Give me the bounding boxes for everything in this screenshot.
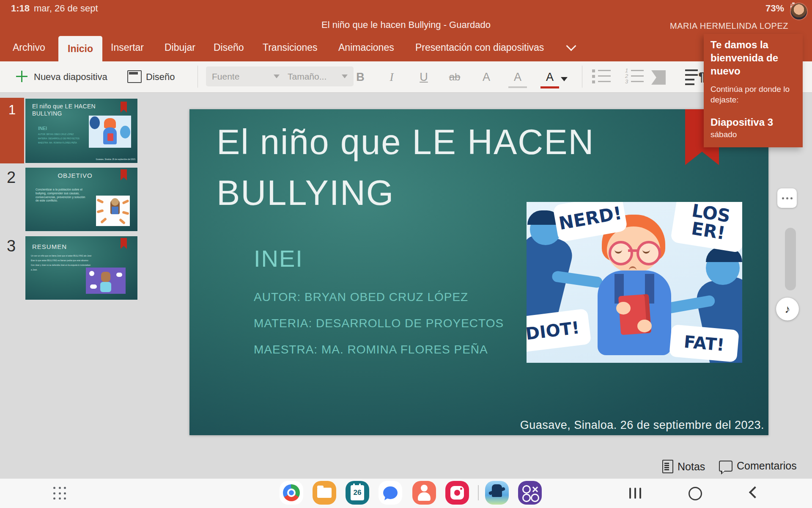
- slide-teacher-line[interactable]: MAESTRA: MA. ROMINA FLORES PEÑA: [254, 343, 550, 356]
- vertical-scrollbar[interactable]: [785, 228, 796, 290]
- numbered-list-icon[interactable]: 1 2 3: [625, 69, 645, 86]
- slide-thumbnail-2[interactable]: OBJETIVO Concientizar a la población sob…: [25, 168, 137, 231]
- title-bar: El niño que le hacen Bullying - Guardado…: [0, 16, 812, 34]
- music-note-icon: ♪: [785, 303, 790, 316]
- welcome-title: Te damos la bienvenida de nuevo: [710, 38, 796, 78]
- game-app-icon[interactable]: [485, 481, 509, 505]
- notes-icon: [662, 460, 673, 473]
- slide-subtitle[interactable]: INEI: [254, 245, 303, 272]
- slide-number: 2: [7, 168, 16, 187]
- speech-bubble-idiot: DIOT!: [527, 309, 591, 353]
- messages-app-icon[interactable]: [379, 481, 402, 505]
- tab-insertar[interactable]: Insertar: [109, 34, 145, 61]
- italic-button[interactable]: I: [382, 68, 401, 86]
- bottom-action-bar: Notas Comentarios: [0, 457, 812, 478]
- tab-inicio[interactable]: Inicio: [58, 36, 102, 61]
- tab-archivo[interactable]: Archivo: [11, 34, 47, 61]
- clear-formatting-button[interactable]: A: [508, 68, 527, 88]
- tab-dibujar[interactable]: Dibujar: [163, 34, 197, 61]
- bookmark-shape: [121, 102, 127, 113]
- caret-down-icon[interactable]: [561, 77, 568, 81]
- chrome-app-icon[interactable]: [280, 481, 303, 505]
- slide-subject-line[interactable]: MATERIA: DESARROLLO DE PROYECTOS: [254, 317, 550, 330]
- thumbnail-image: [96, 196, 130, 226]
- tab-animaciones[interactable]: Animaciones: [337, 34, 396, 61]
- tab-presentacion[interactable]: Presentación con diapositivas: [414, 34, 546, 61]
- thumbnail-image: [86, 268, 126, 294]
- status-date: mar, 26 de sept: [34, 3, 98, 14]
- font-size-dropdown[interactable]: Tamaño...: [282, 66, 354, 86]
- thumbnail-image: [89, 116, 131, 148]
- camera-app-icon[interactable]: [445, 481, 469, 505]
- welcome-day: sábado: [710, 130, 796, 139]
- bookmark-shape: [121, 238, 127, 249]
- caret-down-icon: [342, 75, 348, 78]
- files-app-icon[interactable]: [313, 481, 336, 505]
- chevron-down-icon[interactable]: [567, 41, 579, 50]
- slide-number: 3: [7, 237, 16, 255]
- more-options-button[interactable]: [777, 188, 797, 208]
- slide-number: 1: [8, 102, 16, 118]
- music-note-button[interactable]: ♪: [776, 298, 799, 320]
- bullying-illustration[interactable]: NERD! LOS ER! DIOT! FAT!: [527, 202, 742, 363]
- font-dropdown[interactable]: Fuente: [206, 66, 285, 86]
- app-drawer-icon[interactable]: [53, 487, 67, 500]
- font-color-button[interactable]: A: [540, 68, 559, 88]
- welcome-back-panel[interactable]: Te damos la bienvenida de nuevo Continúa…: [704, 34, 803, 147]
- avatar[interactable]: [790, 3, 808, 20]
- bullied-boy-figure: [590, 215, 679, 354]
- slide-thumbnail-1[interactable]: El niño que LE HACEN BULLYING INEI AUTOR…: [25, 99, 137, 163]
- caret-down-icon: [274, 75, 280, 78]
- tab-diseno[interactable]: Diseño: [212, 34, 246, 61]
- comments-button[interactable]: Comentarios: [719, 460, 797, 472]
- contacts-app-icon[interactable]: [412, 481, 436, 505]
- bold-button[interactable]: B: [351, 68, 370, 86]
- layout-icon: [127, 70, 142, 83]
- comment-icon: [719, 461, 732, 472]
- ribbon-tab-bar: Archivo Inicio Insertar Dibujar Diseño T…: [0, 34, 812, 61]
- back-nav-button[interactable]: [748, 487, 759, 498]
- plus-icon: [16, 71, 27, 82]
- speech-bubble-fat: FAT!: [669, 324, 739, 362]
- slide-thumbnail-3[interactable]: RESUMEN Un vez un niño que es llama José…: [25, 236, 137, 300]
- design-button[interactable]: Diseño: [146, 72, 175, 83]
- calendar-app-icon[interactable]: 26: [346, 481, 369, 505]
- account-name: MARIA HERMELINDA LOPEZ: [670, 21, 788, 31]
- status-bar: 1:18 mar, 26 de sept 73%: [0, 0, 812, 16]
- clock: 1:18: [11, 3, 30, 14]
- bullet-list-icon[interactable]: [592, 69, 612, 86]
- underline-button[interactable]: U: [414, 68, 433, 86]
- highlight-color-button[interactable]: A: [477, 68, 496, 86]
- taskbar-divider: [478, 485, 479, 500]
- paragraph-icon[interactable]: ¶: [685, 68, 705, 86]
- slide-author-line[interactable]: AUTOR: BRYAN OBED CRUZ LÓPEZ: [254, 290, 550, 304]
- xo-game-app-icon[interactable]: [518, 481, 542, 505]
- strikethrough-button[interactable]: ab: [445, 68, 464, 86]
- battery-percent: 73%: [765, 3, 784, 14]
- welcome-slide-link[interactable]: Diapositiva 3: [710, 116, 796, 128]
- tab-transiciones[interactable]: Transiciones: [261, 34, 319, 61]
- notes-button[interactable]: Notas: [662, 460, 705, 473]
- recents-nav-button[interactable]: [629, 488, 644, 499]
- home-nav-button[interactable]: [689, 487, 702, 500]
- slide-footer-date[interactable]: Guasave, Sinaloa. 26 de septiembre del 2…: [520, 419, 764, 432]
- welcome-subtitle: Continúa por donde lo dejaste:: [710, 84, 796, 105]
- new-slide-button[interactable]: Nueva diapositiva: [34, 72, 107, 83]
